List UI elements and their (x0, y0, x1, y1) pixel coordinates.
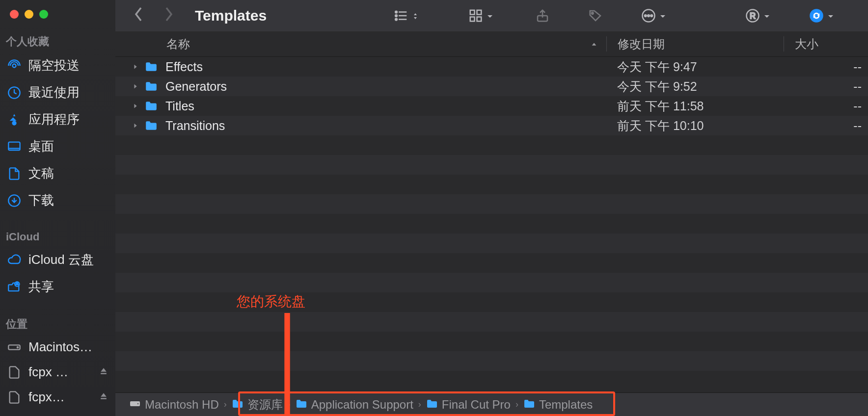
svg-point-0 (13, 64, 16, 67)
table-row[interactable]: Effects今天 下午 9:47--文件夹 (115, 57, 868, 77)
doc-icon (7, 166, 22, 181)
sync-button[interactable] (806, 8, 838, 24)
table-row[interactable]: Generators今天 下午 9:52--文件夹 (115, 77, 868, 96)
svg-rect-14 (477, 17, 482, 22)
sidebar-item-label: iCloud 云盘 (28, 251, 94, 268)
share-button[interactable] (532, 8, 553, 23)
svg-point-8 (395, 11, 397, 13)
disk-doc-icon (7, 390, 22, 405)
sidebar-item-icloud-drive[interactable]: iCloud 云盘 (0, 246, 115, 273)
disclosure-triangle-icon[interactable] (130, 63, 141, 70)
chevron-down-icon (486, 8, 494, 24)
sidebar-item-applications[interactable]: 应用程序 (0, 106, 115, 133)
path-separator: › (418, 399, 421, 410)
sidebar-section-icloud: iCloud (0, 226, 115, 246)
svg-point-7 (17, 346, 18, 347)
empty-row (115, 214, 868, 234)
toolbar: Templates (115, 0, 868, 31)
finder-window: 个人收藏 隔空投送 最近使用 应用程序 桌面 文稿 下载 iCloud iC (0, 0, 868, 416)
file-date: 前天 下午 11:58 (606, 98, 783, 114)
sidebar-item-label: 应用程序 (28, 111, 80, 128)
sidebar-item-downloads[interactable]: 下载 (0, 187, 115, 214)
chevron-updown-icon (411, 8, 419, 24)
path-separator: › (515, 399, 518, 410)
disk-doc-icon (7, 365, 22, 380)
svg-point-20 (651, 15, 652, 17)
forward-button[interactable] (163, 6, 174, 26)
sidebar-item-desktop[interactable]: 桌面 (0, 133, 115, 160)
disclosure-triangle-icon[interactable] (130, 83, 141, 90)
svg-point-18 (645, 15, 647, 17)
clock-icon (7, 85, 22, 100)
table-row[interactable]: Transitions前天 下午 10:10--文件夹 (115, 116, 868, 135)
svg-point-16 (592, 12, 594, 14)
group-button[interactable] (465, 8, 497, 24)
path-separator: › (224, 399, 227, 410)
close-button[interactable] (10, 10, 19, 19)
svg-rect-11 (470, 10, 475, 15)
svg-point-23 (810, 9, 823, 23)
svg-point-10 (395, 19, 397, 21)
path-segment[interactable]: 资源库 (232, 397, 283, 413)
empty-row (115, 273, 868, 292)
table-row[interactable]: Titles前天 下午 11:58--文件夹 (115, 96, 868, 116)
column-header-row: 名称 修改日期 大小 种类 (115, 31, 868, 57)
eject-icon[interactable] (99, 364, 108, 380)
download-icon (7, 193, 22, 208)
badge-r-button[interactable]: R (742, 8, 774, 24)
path-label: Application Support (311, 398, 413, 412)
column-header-date[interactable]: 修改日期 (607, 36, 784, 52)
path-label: Macintosh HD (145, 398, 219, 412)
path-segment[interactable]: Templates (523, 398, 593, 412)
back-button[interactable] (133, 6, 145, 26)
svg-point-26 (137, 403, 139, 404)
disclosure-triangle-icon[interactable] (130, 103, 141, 109)
sidebar-item-recents[interactable]: 最近使用 (0, 79, 115, 106)
disclosure-triangle-icon[interactable] (130, 122, 141, 129)
apps-icon (7, 112, 22, 127)
eject-icon[interactable] (99, 390, 108, 405)
file-date: 今天 下午 9:47 (606, 59, 783, 75)
column-header-name[interactable]: 名称 (115, 36, 606, 52)
empty-row (115, 234, 868, 253)
chevron-down-icon (659, 8, 667, 24)
sidebar-item-label: fcpx… (28, 390, 65, 405)
airdrop-icon (7, 58, 22, 73)
path-segment[interactable]: Application Support (296, 398, 413, 412)
column-header-size[interactable]: 大小 (784, 36, 868, 52)
sidebar-item-macintosh-hd[interactable]: Macintos… (0, 335, 115, 360)
svg-point-9 (395, 15, 397, 17)
sidebar-item-label: 桌面 (28, 138, 54, 155)
file-size: -- (783, 99, 868, 113)
file-size: -- (783, 119, 868, 133)
folder-icon (144, 81, 159, 92)
path-segment[interactable]: Macintosh HD (129, 398, 219, 412)
folder-icon (426, 398, 438, 412)
minimize-button[interactable] (25, 10, 33, 19)
folder-icon (232, 398, 244, 412)
file-size: -- (783, 60, 868, 74)
folder-icon (144, 61, 159, 72)
sidebar-item-shared[interactable]: 共享 (0, 273, 115, 300)
empty-row (115, 351, 868, 371)
path-label: Templates (539, 398, 593, 412)
shared-icon (7, 280, 22, 294)
sidebar-item-documents[interactable]: 文稿 (0, 160, 115, 187)
sidebar-item-airdrop[interactable]: 隔空投送 (0, 52, 115, 79)
sidebar-item-volume-2[interactable]: fcpx… (0, 385, 115, 410)
view-list-button[interactable] (391, 8, 422, 24)
zoom-button[interactable] (39, 10, 48, 19)
file-name: Effects (165, 60, 203, 74)
tags-button[interactable] (585, 8, 606, 23)
folder-icon (296, 398, 307, 412)
empty-row (115, 135, 868, 155)
empty-row (115, 332, 868, 351)
path-bar: Macintosh HD›资源库›Application Support›Fin… (115, 392, 868, 416)
sidebar-item-volume-1[interactable]: fcpx … (0, 360, 115, 385)
empty-row (115, 155, 868, 175)
path-separator: › (288, 399, 291, 410)
more-button[interactable] (638, 8, 670, 24)
empty-row (115, 371, 868, 390)
sidebar-section-locations: 位置 (0, 312, 115, 335)
path-segment[interactable]: Final Cut Pro (426, 398, 511, 412)
